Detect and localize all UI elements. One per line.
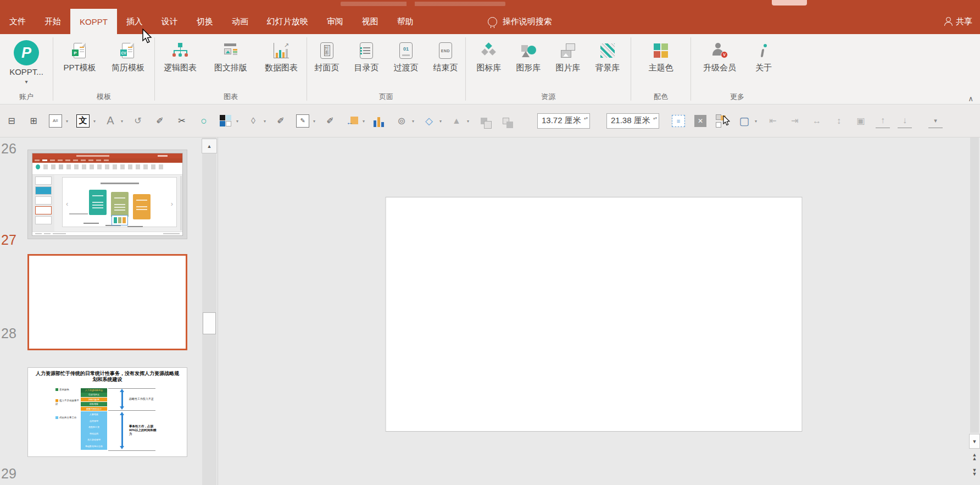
tab-design[interactable]: 设计 bbox=[152, 9, 187, 34]
chevron-down-icon: ▾ bbox=[25, 79, 27, 85]
cover-page-button[interactable]: 封面 封面页 bbox=[307, 38, 347, 92]
blank-slide-surface[interactable] bbox=[385, 197, 802, 432]
tab-insert[interactable]: 插入 bbox=[117, 9, 152, 34]
position-composite: ← bbox=[346, 115, 358, 127]
titlebar-button[interactable] bbox=[772, 0, 807, 5]
position-icon[interactable]: ← ▾ bbox=[345, 114, 359, 128]
delete-x-glyph: ✕ bbox=[694, 115, 706, 127]
font-effects-icon[interactable]: A ▾ bbox=[103, 114, 118, 128]
collapse-ribbon-icon[interactable]: ∧ bbox=[968, 95, 973, 103]
select-objects-icon[interactable] bbox=[715, 114, 730, 128]
upgrade-member-button[interactable]: V 升级会员 bbox=[693, 38, 746, 92]
previous-slide-icon[interactable]: ▲▲ bbox=[971, 453, 978, 461]
shape-height-value: 13.72 厘米 bbox=[542, 115, 581, 126]
background-library-button[interactable]: 背景库 bbox=[588, 38, 627, 92]
icon-library-label: 图标库 bbox=[477, 63, 502, 73]
move-up-icon[interactable]: ↑ bbox=[876, 114, 890, 128]
placeholder-frame-icon[interactable]: ▢ ▾ bbox=[737, 114, 751, 128]
tab-help[interactable]: 帮助 bbox=[388, 9, 423, 34]
distribute-horizontal-icon[interactable]: ↔ bbox=[810, 114, 824, 128]
about-info-icon bbox=[760, 43, 767, 58]
end-page-button[interactable]: END 结束页 bbox=[426, 38, 465, 92]
next-slide-icon[interactable]: ▼▼ bbox=[971, 469, 978, 476]
bring-forward-icon[interactable] bbox=[477, 114, 491, 128]
crop-icon[interactable]: ✂ bbox=[175, 114, 189, 128]
send-backward-icon[interactable] bbox=[499, 114, 513, 128]
slide-27-thumbnail-selected[interactable] bbox=[27, 254, 187, 350]
logic-chart-button[interactable]: 逻辑图表 bbox=[155, 38, 205, 92]
slide-28-thumbnail[interactable]: 人力资源部忙于传统的日常统计性事务，没有发挥人力资源战略规划和系统建设 基本缺失… bbox=[27, 367, 187, 457]
icon-library-button[interactable]: 图标库 bbox=[469, 38, 509, 92]
ppt-template-button[interactable]: P PPT模板 bbox=[55, 38, 104, 92]
theme-color-button[interactable]: 主题色 bbox=[641, 38, 681, 92]
share-button[interactable]: 共享 bbox=[944, 9, 972, 34]
tab-transitions[interactable]: 切换 bbox=[187, 9, 222, 34]
about-label: 关于 bbox=[755, 63, 772, 73]
koppt-account-button[interactable]: P KOPPT... ▾ bbox=[1, 38, 52, 92]
more-tools-icon[interactable]: ▾ bbox=[928, 114, 943, 128]
about-button[interactable]: 关于 bbox=[746, 38, 781, 92]
shape-library-button[interactable]: 图形库 bbox=[509, 38, 548, 92]
main-scrollbar[interactable]: ▼ ▲▲ ▼▼ bbox=[969, 137, 980, 485]
combine-shapes-glyph: ◇ bbox=[425, 115, 433, 127]
align-left-icon[interactable]: ⇤ bbox=[766, 114, 780, 128]
combine-shapes-icon[interactable]: ◇ ▾ bbox=[422, 114, 436, 128]
scroll-down-icon[interactable]: ▼ bbox=[969, 434, 980, 449]
vertical-text-icon[interactable]: 文 ▾ bbox=[76, 114, 90, 128]
toc-page-button[interactable]: 目录页 bbox=[347, 38, 386, 92]
move-down-icon[interactable]: ↓ bbox=[898, 114, 912, 128]
shape-height-input[interactable]: 13.72 厘米 ▴▾ bbox=[537, 113, 590, 129]
spinner-arrows-icon[interactable]: ▴▾ bbox=[584, 115, 588, 121]
scrollbar-track[interactable] bbox=[970, 137, 979, 433]
tab-animations[interactable]: 动画 bbox=[222, 9, 258, 34]
vertical-text-glyph: 文 bbox=[76, 114, 90, 128]
shape-width-input[interactable]: 21.38 厘米 ▴▾ bbox=[606, 113, 659, 129]
change-picture-icon[interactable]: ▣ bbox=[854, 114, 868, 128]
reset-picture-icon[interactable]: ↺ bbox=[131, 114, 145, 128]
group-label-pages: 页面 bbox=[307, 92, 465, 104]
tab-slideshow[interactable]: 幻灯片放映 bbox=[258, 9, 318, 34]
fill-color-grid-icon[interactable]: ▾ bbox=[219, 114, 233, 128]
scrollbar-thumb[interactable] bbox=[203, 312, 216, 334]
eyedropper-icon-2[interactable]: ✐ bbox=[274, 114, 288, 128]
tab-file[interactable]: 文件 bbox=[0, 9, 35, 34]
image-text-layout-button[interactable]: 图文排版 bbox=[205, 38, 256, 92]
insert-chart-icon[interactable] bbox=[372, 114, 387, 128]
tab-home[interactable]: 开始 bbox=[35, 9, 70, 34]
merge-shapes-icon[interactable]: ⊚ ▾ bbox=[394, 114, 409, 128]
oval-tool-icon[interactable]: ○ bbox=[197, 114, 211, 128]
align-right-icon[interactable]: ⇥ bbox=[788, 114, 802, 128]
cover-page-label: 封面页 bbox=[315, 63, 339, 73]
distribute-vertical-icon[interactable]: ↕ bbox=[832, 114, 846, 128]
text-frame-icon[interactable]: ≡ bbox=[671, 114, 686, 128]
data-chart-button[interactable]: ↗ 数据图表 bbox=[256, 38, 307, 92]
tab-view[interactable]: 视图 bbox=[353, 9, 388, 34]
edit-shape-icon[interactable]: ✎ ▾ bbox=[296, 114, 310, 128]
eyedropper-icon-3[interactable]: ✐ bbox=[323, 114, 337, 128]
mini-scrollbar bbox=[180, 176, 182, 230]
delete-x-icon[interactable]: ✕ bbox=[693, 114, 708, 128]
panel-scrollbar[interactable]: ▲ bbox=[201, 137, 218, 485]
resume-template-button[interactable]: CV 简历模板 bbox=[104, 38, 152, 92]
flip-shape-icon[interactable]: ▲ ▾ bbox=[449, 114, 464, 128]
tell-me-search[interactable]: 操作说明搜索 bbox=[488, 9, 552, 34]
theme-color-label: 主题色 bbox=[649, 63, 673, 73]
group-label-account: 账户 bbox=[0, 92, 53, 104]
spinner-arrows-icon[interactable]: ▴▾ bbox=[653, 115, 657, 121]
textbox-style-icon[interactable]: A≡ ▾ bbox=[48, 114, 63, 128]
window-title-text bbox=[341, 2, 505, 6]
picture-library-button[interactable]: 图片库 bbox=[548, 38, 588, 92]
tab-review[interactable]: 审阅 bbox=[318, 9, 353, 34]
theme-color-icon bbox=[654, 43, 668, 58]
scrollbar-track[interactable] bbox=[202, 137, 216, 485]
transition-page-button[interactable]: 01 过渡页 bbox=[386, 38, 426, 92]
slide-number-29: 29 bbox=[1, 466, 16, 482]
slide-26-thumbnail[interactable]: ‹ › bbox=[27, 150, 187, 239]
align-middle-icon[interactable]: ⊞ bbox=[26, 114, 41, 128]
tab-koppt[interactable]: KOPPT bbox=[70, 9, 117, 34]
scroll-up-icon[interactable]: ▲ bbox=[202, 139, 217, 153]
align-objects-icon[interactable]: ⊟ bbox=[4, 114, 19, 128]
position-arrow-icon: ← bbox=[346, 118, 353, 126]
fill-bucket-icon[interactable]: ◊ ▾ bbox=[246, 114, 260, 128]
eyedropper-icon[interactable]: ✐ bbox=[153, 114, 167, 128]
